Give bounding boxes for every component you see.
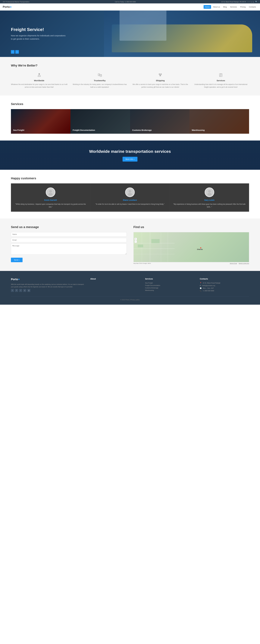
footer-about-col: Porto With the world trade still dependi… (11, 278, 85, 292)
service-customs-content: Customs Brokerage (130, 109, 190, 134)
footer-social-youtube[interactable]: y (23, 289, 26, 292)
feature-shipping-desc: We offer a service to track your cargo i… (132, 83, 188, 89)
name-input[interactable] (11, 232, 127, 236)
contact-heading: Send us a message (11, 225, 127, 229)
diane-quote: "In order for me to be able to sell my b… (94, 203, 166, 206)
service-freight-content: Freight Documentation (71, 109, 130, 134)
nav-item-about[interactable]: About us (212, 5, 221, 9)
social-instagram[interactable]: i (250, 1, 250, 2)
nav-item-blog[interactable]: Blog (222, 5, 228, 9)
customer-kevin: Kevin Garnett "While doing my business, … (11, 184, 90, 212)
feature-services: Services Understanding how vital it is t… (193, 72, 249, 89)
svg-point-10 (160, 75, 161, 76)
phone-icon: 📞 (200, 290, 202, 292)
map-container[interactable]: Orlando 📍 + − (133, 232, 249, 262)
footer-social-google[interactable]: g (27, 289, 30, 292)
feature-services-title: Services (193, 79, 249, 82)
footer-bottom: © 2014 Porto | Privacy policy (11, 296, 249, 300)
map-zoom-in[interactable]: + (134, 238, 137, 240)
cta-banner: Worldwide marine transportation services… (0, 140, 260, 170)
email-input[interactable] (11, 238, 127, 242)
footer-social-facebook[interactable]: f (15, 289, 18, 292)
nav-link-services: Services (229, 5, 238, 9)
find-us: Find us Orlando 📍 (133, 225, 249, 264)
footer-logo-text: Porto (11, 278, 18, 281)
trustworthy-icon (72, 72, 128, 78)
service-customs[interactable]: Customs Brokerage (130, 109, 190, 134)
service-sea-freight[interactable]: Sea Freight (11, 109, 71, 134)
footer-service-1[interactable]: Sea Freight (145, 282, 194, 284)
gary-name: Gary Lewis (173, 199, 246, 201)
nav-link-contacts: Contacts (247, 5, 257, 9)
svg-point-18 (128, 193, 132, 196)
nav-item-contacts[interactable]: Contacts (247, 5, 257, 9)
footer: Porto With the world trade still dependi… (0, 271, 260, 305)
message-group (11, 244, 127, 255)
svg-rect-28 (138, 244, 143, 247)
service-freight-doc[interactable]: Freight Documentation (71, 109, 130, 134)
footer-contact-phone[interactable]: 📞 +1 800 559 6680 (200, 290, 249, 292)
services-section: Services Sea Freight Freight Documentati… (0, 96, 260, 140)
social-google[interactable]: g (253, 1, 254, 2)
kevin-name: Kevin Garnett (14, 199, 87, 201)
logo-dot (10, 6, 11, 8)
svg-rect-3 (98, 74, 100, 76)
footer-grid: Porto With the world trade still dependi… (11, 278, 249, 292)
map-pin: 📍 (199, 247, 202, 250)
hero-arrows: ‹ › (11, 50, 19, 54)
social-twitter[interactable]: t (248, 1, 248, 2)
logo-text: Porto (3, 5, 10, 8)
svg-point-8 (159, 74, 160, 74)
address-icon: 📍 (200, 282, 202, 284)
nav-item-home[interactable]: Home (204, 5, 211, 9)
service-sea-title: Sea Freight (13, 129, 24, 132)
footer-social-instagram[interactable]: i (19, 289, 22, 292)
nav-item-services[interactable]: Services (229, 5, 238, 9)
svg-point-0 (39, 73, 40, 74)
service-warehousing[interactable]: Warehousing (189, 109, 249, 134)
feature-trustworthy: Trustworthy Working in the industry for … (72, 72, 128, 89)
footer-service-4[interactable]: Warehousing (145, 290, 194, 291)
footer-service-2[interactable]: Freight Documentation (145, 284, 194, 286)
service-sea-content: Sea Freight (11, 109, 71, 134)
social-facebook[interactable]: f (249, 1, 249, 2)
kevin-quote: "While doing my business, I depend upon … (14, 203, 87, 208)
topbar-address: 22 St. Black Road Raleigh, PA 34578 (221, 1, 246, 2)
map-zoom-out[interactable]: − (134, 240, 137, 243)
map-footer: Map data ©2015 Google, INEGI Terms of Us… (133, 263, 249, 264)
footer-services-list: Sea Freight Freight Documentation Custom… (145, 282, 194, 291)
submit-button[interactable]: Send » (11, 258, 23, 262)
map-data-note: Map data ©2015 Google, INEGI (133, 263, 151, 264)
hero-content: Freight Service! Now we organize shipmen… (11, 27, 66, 40)
diane-name: Diane Lovelace (94, 199, 166, 201)
social-youtube[interactable]: y (251, 1, 252, 2)
search-icon[interactable]: 🔍 (255, 1, 257, 2)
footer-social-twitter[interactable]: t (11, 289, 14, 292)
nav-link-home: Home (204, 5, 211, 9)
contact-section: Send us a message Send » Find us (0, 218, 260, 271)
diane-avatar (125, 188, 135, 197)
hero-prev-arrow[interactable]: ‹ (11, 50, 15, 54)
happy-customers-heading: Happy customers (11, 176, 249, 180)
nav-item-pricing[interactable]: Pricing (239, 5, 247, 9)
service-warehouse-content: Warehousing (189, 109, 249, 134)
customers-grid: Kevin Garnett "While doing my business, … (11, 184, 249, 212)
clock-icon: 🕐 (200, 287, 202, 289)
footer-contact-email[interactable]: ✉ hello@portodev.org (200, 285, 249, 286)
map-terms-link[interactable]: Terms of Use (230, 263, 237, 264)
customer-diane: Diane Lovelace "In order for me to be ab… (90, 184, 170, 212)
footer-service-3[interactable]: Customs Brokerage (145, 287, 194, 289)
message-input[interactable] (11, 244, 127, 254)
cta-button[interactable]: More Info » (123, 157, 138, 162)
hero-section: Freight Service! Now we organize shipmen… (0, 10, 260, 57)
happy-customers-section: Happy customers Kevin Garnett "While doi… (0, 170, 260, 218)
map-report-link[interactable]: Report a map error (239, 263, 249, 264)
worldwide-icon (11, 72, 67, 78)
hero-next-arrow[interactable]: › (15, 50, 19, 54)
feature-services-desc: Understanding how vital it is to manage … (193, 83, 249, 89)
hero-subtitle: Now we organize shipments for individual… (11, 34, 66, 40)
footer-contact-hours: 🕐 Mon – Sun, 24/7 (200, 287, 249, 289)
footer-logo: Porto (11, 278, 85, 281)
footer-contacts-col: Contacts 📍 22 St. Black Road Raleigh ✉ h… (200, 278, 249, 292)
logo[interactable]: Porto (3, 5, 11, 8)
